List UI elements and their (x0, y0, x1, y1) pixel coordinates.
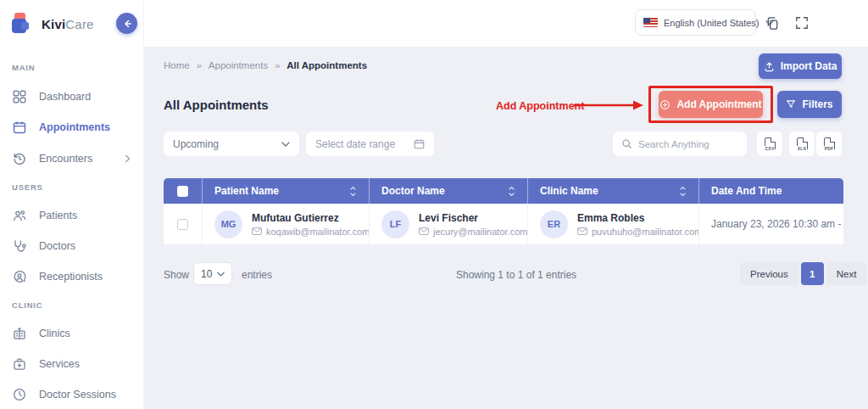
app-window: KiviCare MAIN Dashboard Appointments Enc… (0, 0, 868, 409)
email-text: koqawib@mailinator.com (266, 227, 369, 237)
export-pdf-label: PDF (824, 146, 835, 151)
sidebar-item-label: Doctor Sessions (39, 389, 116, 401)
topbar: English (United States) A (144, 0, 868, 47)
sidebar-item-label: Services (39, 358, 80, 370)
column-label: Date And Time (711, 185, 782, 197)
doctor-email: jecury@mailinator.com (419, 227, 515, 237)
doctor-avatar: LF (381, 210, 409, 238)
export-csv-button[interactable]: CSV (757, 132, 782, 156)
filters-button[interactable]: Filters (777, 91, 842, 118)
us-flag-icon (643, 18, 658, 27)
column-label: Clinic Name (540, 185, 598, 197)
sidebar-item-label: Patients (39, 210, 77, 221)
column-date-and-time[interactable]: Date And Time (698, 178, 843, 204)
patient-cell: MG Mufutau Gutierrez koqawib@mailinator.… (202, 204, 369, 244)
next-page-button[interactable]: Next (826, 262, 867, 285)
clinic-building-icon (12, 327, 26, 341)
add-appointment-button[interactable]: Add Appointment (659, 91, 763, 118)
sidebar-item-doctors[interactable]: Doctors (12, 238, 137, 254)
row-checkbox[interactable] (177, 219, 188, 230)
brand-logo: KiviCare (12, 13, 94, 35)
sort-icon[interactable] (508, 186, 515, 197)
import-data-label: Import Data (781, 60, 837, 72)
envelope-icon (252, 227, 262, 235)
sidebar-item-patients[interactable]: Patients (12, 208, 137, 223)
clinic-avatar: ER (540, 210, 568, 238)
fullscreen-icon[interactable] (795, 16, 809, 30)
date-range-input[interactable]: Select date range (306, 132, 434, 156)
datetime-cell: January 23, 2026 10:30 am - 11:00 am (698, 204, 843, 244)
envelope-icon (419, 227, 429, 235)
column-patient-name[interactable]: Patient Name (202, 178, 369, 204)
entries-label: entries (242, 269, 272, 281)
sort-icon[interactable] (679, 186, 687, 197)
sidebar-item-label: Encounters (39, 153, 92, 165)
export-pdf-button[interactable]: PDF (816, 132, 842, 156)
sort-icon[interactable] (349, 186, 357, 197)
column-clinic-name[interactable]: Clinic Name (527, 178, 698, 204)
import-data-button[interactable]: Import Data (759, 53, 842, 79)
chevron-right-icon (125, 154, 131, 163)
add-appointment-label: Add Appointment (676, 98, 761, 110)
search-input[interactable] (638, 139, 738, 149)
language-selector[interactable]: English (United States) (635, 9, 756, 36)
search-box (613, 132, 747, 156)
chevron-down-icon (217, 272, 225, 277)
sidebar-item-label: Clinics (39, 328, 70, 339)
status-filter-value: Upcoming (173, 138, 219, 150)
breadcrumb-home[interactable]: Home (164, 60, 190, 70)
sidebar-item-dashboard[interactable]: Dashboard (12, 89, 137, 104)
kivicare-logo-icon (12, 13, 34, 35)
previous-page-button[interactable]: Previous (740, 262, 798, 285)
copy-pages-icon[interactable] (765, 16, 780, 31)
sidebar-collapse-button[interactable] (116, 13, 137, 34)
sidebar-item-doctor-sessions[interactable]: Doctor Sessions (12, 387, 137, 402)
select-all-checkbox[interactable] (177, 186, 188, 197)
sidebar-item-appointments[interactable]: Appointments (12, 120, 137, 135)
breadcrumb-appointments[interactable]: Appointments (209, 60, 268, 70)
pagination-summary: Showing 1 to 1 of 1 entries (456, 269, 576, 281)
sidebar-item-services[interactable]: Services (12, 356, 137, 372)
main-content: Home » Appointments » All Appointments I… (144, 47, 868, 409)
grid-icon (12, 90, 26, 104)
sidebar-item-label: Doctors (39, 240, 75, 252)
receptionist-icon (12, 270, 26, 284)
export-xls-label: XLS (797, 146, 807, 151)
doctor-name: Levi Fischer (419, 212, 515, 224)
sidebar-item-clinics[interactable]: Clinics (12, 326, 137, 341)
column-label: Patient Name (214, 185, 279, 197)
status-filter-select[interactable]: Upcoming (164, 132, 299, 156)
brand-name-light: Care (65, 17, 93, 31)
section-label-main: MAIN (12, 63, 35, 72)
patient-name: Mufutau Gutierrez (252, 212, 357, 224)
patients-icon (12, 209, 26, 223)
search-icon (621, 138, 632, 149)
appointments-table: Patient Name Doctor Name Clinic Name (164, 178, 843, 244)
select-all-cell (164, 178, 202, 204)
email-text: jecury@mailinator.com (433, 227, 527, 237)
appointment-datetime: January 23, 2026 10:30 am - 11:00 am (711, 218, 843, 230)
calendar-small-icon (414, 138, 425, 149)
sidebar-item-encounters[interactable]: Encounters (12, 151, 137, 166)
clinic-email: puvuhuho@mailinator.com (577, 227, 687, 237)
calendar-icon (12, 120, 26, 135)
entries-per-page-select[interactable]: 10 (193, 262, 232, 285)
page-1-button[interactable]: 1 (801, 262, 824, 285)
clinic-name: Emma Robles (577, 212, 687, 224)
filters-label: Filters (802, 98, 832, 110)
section-label-clinic: CLINIC (12, 300, 42, 310)
date-range-placeholder: Select date range (315, 138, 395, 150)
table-header-row: Patient Name Doctor Name Clinic Name (164, 178, 843, 204)
sidebar-item-receptionists[interactable]: Receptionists (12, 269, 137, 284)
entries-value: 10 (201, 268, 212, 280)
medical-kit-icon (12, 357, 26, 372)
export-xls-button[interactable]: XLS (789, 132, 815, 156)
column-doctor-name[interactable]: Doctor Name (369, 178, 527, 204)
email-text: puvuhuho@mailinator.com (592, 227, 698, 237)
show-label: Show (164, 269, 189, 281)
sidebar-item-label: Appointments (39, 121, 110, 133)
column-label: Doctor Name (381, 185, 445, 197)
clinic-cell: ER Emma Robles puvuhuho@mailinator.com (527, 204, 698, 244)
breadcrumb: Home » Appointments » All Appointments (164, 60, 367, 70)
clock-icon (12, 388, 26, 402)
